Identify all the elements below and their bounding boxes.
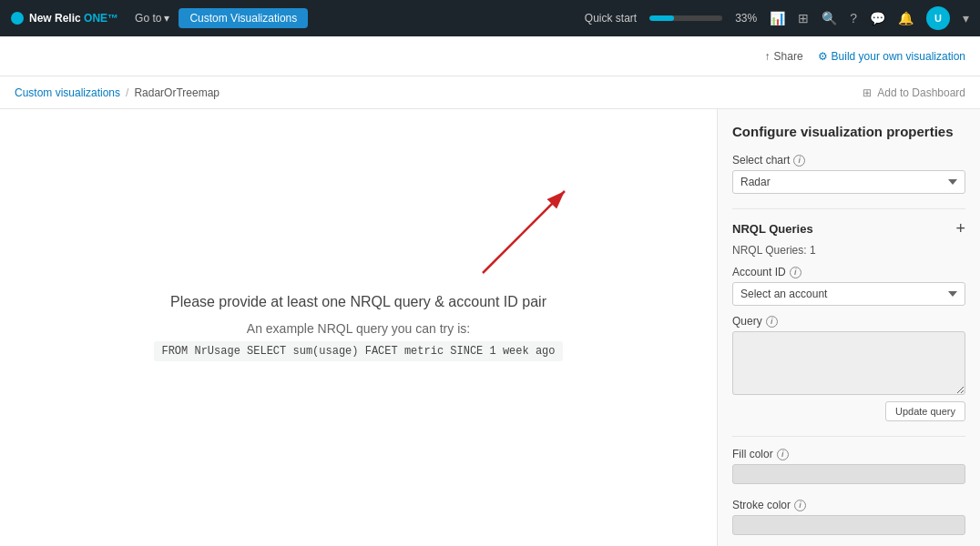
account-id-select[interactable]: Select an account (732, 282, 965, 306)
feedback-icon[interactable]: 💬 (870, 11, 885, 25)
account-id-info-icon[interactable]: i (790, 267, 801, 278)
chevron-down-icon[interactable]: ▾ (963, 11, 969, 25)
share-icon: ↑ (765, 50, 771, 63)
chart-icon[interactable]: 📊 (770, 11, 785, 25)
red-arrow-indicator (474, 182, 583, 291)
breadcrumb-current: RadarOrTreemap (134, 86, 219, 99)
stroke-color-input[interactable] (732, 515, 965, 535)
progress-percent: 33% (735, 12, 757, 25)
nrql-query-count: NRQL Queries: 1 (732, 244, 965, 257)
build-icon: ⚙ (818, 50, 828, 63)
logo-text: New Relic ONE™ (29, 12, 118, 25)
breadcrumb-bar: Custom visualizations / RadarOrTreemap ⊞… (0, 76, 980, 109)
top-nav: New Relic ONE™ Go to ▾ Custom Visualizat… (0, 0, 980, 36)
help-icon[interactable]: ? (850, 11, 857, 25)
stroke-color-section: Stroke color i (732, 499, 965, 535)
custom-visualizations-button[interactable]: Custom Visualizations (179, 8, 308, 28)
add-nrql-button[interactable]: + (955, 220, 965, 237)
stroke-color-info-icon[interactable]: i (794, 500, 806, 511)
build-vis-link[interactable]: ⚙ Build your own visualization (818, 50, 965, 63)
query-label: Query i (732, 315, 965, 328)
panel-title: Configure visualization properties (732, 124, 965, 139)
bell-icon[interactable]: 🔔 (898, 11, 914, 25)
progress-bar (649, 15, 722, 21)
progress-bar-fill (649, 15, 673, 21)
sub-nav-right: ↑ Share ⚙ Build your own visualization (765, 50, 965, 63)
nrql-queries-section: NRQL Queries + NRQL Queries: 1 Account I… (732, 220, 965, 421)
fill-color-info-icon[interactable]: i (777, 449, 789, 460)
add-to-dashboard-link[interactable]: ⊞ Add to Dashboard (863, 86, 965, 99)
logo: New Relic ONE™ (11, 12, 118, 25)
canvas-message-title: Please provide at least one NRQL query &… (154, 294, 562, 310)
query-textarea[interactable] (732, 331, 965, 395)
select-chart-info-icon[interactable]: i (793, 155, 805, 167)
search-icon[interactable]: 🔍 (822, 11, 837, 25)
nav-right: Quick start 33% 📊 ⊞ 🔍 ? 💬 🔔 U ▾ (585, 6, 969, 30)
select-chart-dropdown[interactable]: Radar Treemap (732, 170, 965, 194)
main-layout: Please provide at least one NRQL query &… (0, 109, 980, 546)
dashboard-icon: ⊞ (863, 86, 872, 99)
canvas-message-subtitle: An example NRQL query you can try is: (154, 321, 562, 336)
svg-line-1 (483, 191, 565, 273)
fill-color-label: Fill color i (732, 448, 965, 460)
query-info-icon[interactable]: i (766, 316, 778, 328)
grid-icon[interactable]: ⊞ (798, 11, 809, 25)
fill-color-input[interactable] (732, 464, 965, 484)
fill-color-section: Fill color i (732, 448, 965, 484)
divider-2 (732, 436, 965, 437)
stroke-color-label: Stroke color i (732, 499, 965, 511)
canvas-code-example: FROM NrUsage SELECT sum(usage) FACET met… (154, 341, 562, 361)
quick-start-label: Quick start (585, 12, 637, 25)
breadcrumb-parent[interactable]: Custom visualizations (15, 86, 120, 99)
update-query-button[interactable]: Update query (885, 401, 965, 421)
account-id-label: Account ID i (732, 266, 965, 278)
update-query-row: Update query (732, 401, 965, 421)
logo-dot-icon (11, 12, 24, 25)
share-link[interactable]: ↑ Share (765, 50, 803, 63)
canvas-message: Please provide at least one NRQL query &… (154, 294, 562, 361)
nrql-queries-label: NRQL Queries (732, 222, 813, 236)
sub-nav: ↑ Share ⚙ Build your own visualization (0, 36, 980, 76)
right-panel: Configure visualization properties Selec… (718, 109, 980, 546)
divider-1 (732, 208, 965, 209)
select-chart-section: Select chart i Radar Treemap (732, 154, 965, 194)
go-to-button[interactable]: Go to ▾ (135, 12, 169, 25)
canvas-area: Please provide at least one NRQL query &… (0, 109, 718, 546)
select-chart-label: Select chart i (732, 154, 965, 167)
breadcrumb-separator: / (126, 86, 128, 99)
nrql-section-header: NRQL Queries + (732, 220, 965, 237)
avatar[interactable]: U (926, 6, 950, 30)
